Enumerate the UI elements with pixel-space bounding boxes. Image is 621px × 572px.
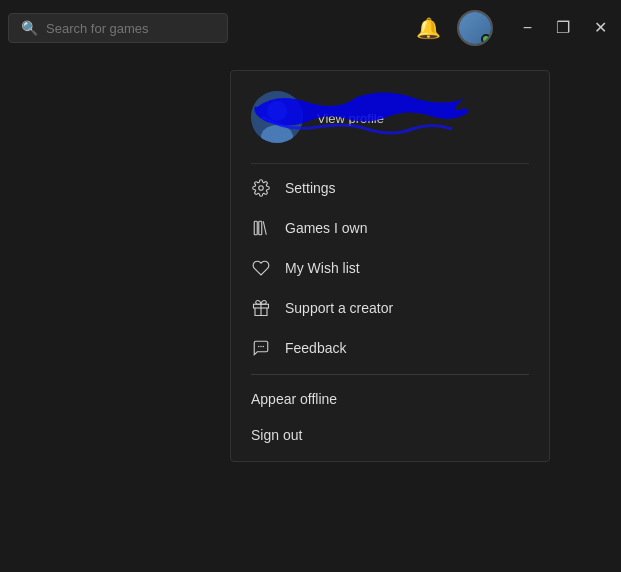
feedback-icon <box>251 338 271 358</box>
profile-avatar <box>251 91 303 143</box>
search-box[interactable]: 🔍 <box>8 13 228 43</box>
svg-point-3 <box>259 186 264 191</box>
menu-item-settings[interactable]: Settings <box>231 168 549 208</box>
restore-button[interactable]: ❐ <box>550 18 576 38</box>
search-icon: 🔍 <box>21 20 38 36</box>
profile-section[interactable]: View profile <box>231 79 549 159</box>
menu-item-appear-offline[interactable]: Appear offline <box>231 381 549 417</box>
view-profile-link[interactable]: View profile <box>317 111 384 126</box>
close-button[interactable]: ✕ <box>588 18 613 38</box>
menu-item-wishlist[interactable]: My Wish list <box>231 248 549 288</box>
svg-rect-4 <box>254 221 257 235</box>
window-controls: − ❐ ✕ <box>517 18 613 38</box>
online-indicator <box>481 34 491 44</box>
title-bar: 🔍 🔔 − ❐ ✕ <box>0 0 621 56</box>
avatar[interactable] <box>457 10 493 46</box>
minimize-button[interactable]: − <box>517 18 538 38</box>
gift-icon <box>251 298 271 318</box>
svg-rect-5 <box>259 221 262 235</box>
menu-item-sign-out[interactable]: Sign out <box>231 417 549 453</box>
profile-info: View profile <box>317 109 384 126</box>
wishlist-label: My Wish list <box>285 260 360 276</box>
library-icon <box>251 218 271 238</box>
settings-label: Settings <box>285 180 336 196</box>
feedback-label: Feedback <box>285 340 346 356</box>
support-creator-label: Support a creator <box>285 300 393 316</box>
section-divider <box>251 374 529 375</box>
title-bar-right: 🔔 − ❐ ✕ <box>416 10 613 46</box>
menu-item-games-own[interactable]: Games I own <box>231 208 549 248</box>
svg-point-1 <box>267 101 287 121</box>
user-dropdown-menu: View profile Settings Games I own <box>230 70 550 462</box>
profile-divider <box>251 163 529 164</box>
games-own-label: Games I own <box>285 220 367 236</box>
notification-bell-icon[interactable]: 🔔 <box>416 16 441 40</box>
heart-icon <box>251 258 271 278</box>
menu-item-support-creator[interactable]: Support a creator <box>231 288 549 328</box>
menu-item-feedback[interactable]: Feedback <box>231 328 549 368</box>
search-input[interactable] <box>46 21 215 36</box>
gear-icon <box>251 178 271 198</box>
